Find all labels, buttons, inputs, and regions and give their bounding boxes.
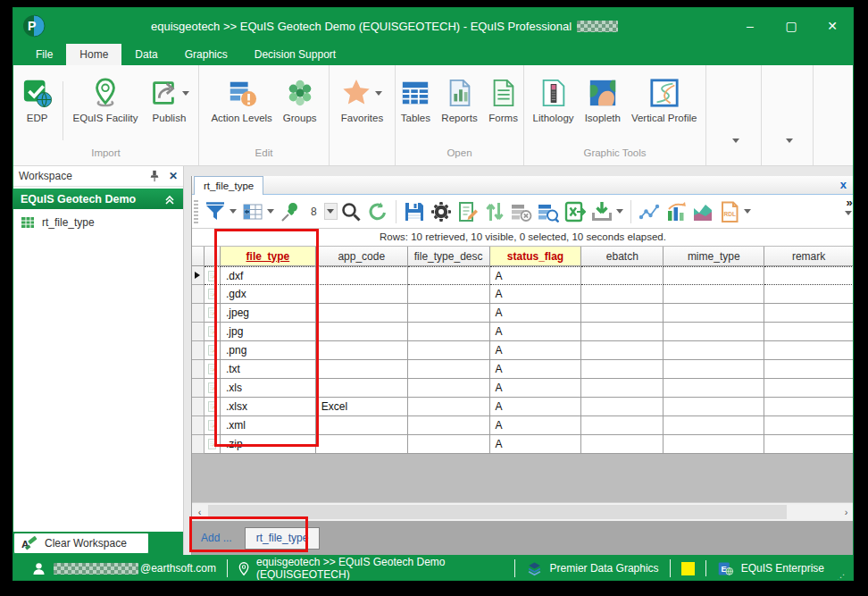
pushpin-button[interactable] [277, 199, 304, 224]
row-edit-icon-cell[interactable] [204, 266, 221, 285]
reports-button[interactable]: Reports [437, 76, 481, 125]
cell-mime-type[interactable] [664, 341, 764, 360]
filter-button[interactable] [202, 199, 239, 224]
cell-file-type[interactable]: .jpeg [221, 304, 316, 323]
row-selector[interactable] [192, 435, 204, 454]
cell-app-code[interactable] [316, 341, 408, 360]
cell-file-type-desc[interactable] [408, 416, 490, 435]
favorites-dropdown-icon[interactable] [375, 91, 382, 96]
cell-file-type-desc[interactable] [408, 435, 490, 454]
menu-tab-decision-support[interactable]: Decision Support [241, 44, 349, 65]
filter-dropdown-icon[interactable] [230, 209, 237, 214]
resize-grip-icon[interactable]: ⋰ [837, 573, 846, 581]
cell-app-code[interactable] [316, 435, 408, 454]
cell-remark[interactable] [764, 341, 854, 360]
table-row-jpg[interactable]: .jpgA [192, 323, 854, 341]
row-selector[interactable] [192, 266, 204, 285]
row-selector[interactable] [192, 304, 204, 323]
close-button[interactable]: ✕ [812, 8, 853, 44]
menu-tab-home[interactable]: Home [66, 44, 121, 65]
scroll-left-icon[interactable]: ‹ [192, 503, 207, 521]
cell-remark[interactable] [764, 398, 854, 416]
cell-status-flag[interactable]: A [490, 341, 582, 360]
cell-app-code[interactable] [316, 323, 408, 341]
close-table-button[interactable] [508, 199, 535, 224]
enterprise-section[interactable]: E EQuIS Enterprise [681, 560, 824, 576]
menu-tab-file[interactable]: File [22, 44, 66, 65]
table-row-jpeg[interactable]: .jpegA [192, 304, 854, 323]
export-excel-button[interactable] [562, 199, 588, 224]
groups-button[interactable]: Groups [279, 76, 321, 125]
cell-remark[interactable] [764, 266, 854, 285]
cell-app-code[interactable] [316, 285, 408, 304]
cell-remark[interactable] [764, 285, 854, 304]
area-chart-button[interactable] [689, 199, 716, 224]
scroll-right-icon[interactable]: › [839, 503, 854, 521]
cell-app-code[interactable] [316, 266, 408, 285]
row-limit-dropdown[interactable] [324, 203, 338, 220]
cell-status-flag[interactable]: A [490, 323, 582, 341]
collapse-chevron-icon[interactable] [163, 193, 176, 206]
save-button[interactable] [401, 199, 428, 224]
row-selector[interactable] [192, 379, 204, 398]
horizontal-scrollbar[interactable]: ‹ › [192, 502, 854, 521]
menu-tab-data[interactable]: Data [121, 44, 171, 65]
isopleth-button[interactable]: Isopleth [580, 76, 625, 125]
cell-mime-type[interactable] [664, 416, 764, 435]
cell-file-type-desc[interactable] [408, 285, 490, 304]
cell-mime-type[interactable] [664, 435, 764, 454]
cell-file-type-desc[interactable] [408, 266, 490, 285]
cell-ebatch[interactable] [581, 266, 664, 285]
cell-file-type[interactable]: .xls [221, 379, 316, 398]
cell-file-type[interactable]: .zip [221, 435, 316, 454]
ribbon-group-dropdown-icon[interactable] [786, 139, 793, 143]
cell-status-flag[interactable]: A [490, 304, 582, 323]
cell-status-flag[interactable]: A [490, 360, 582, 379]
line-chart-button[interactable] [636, 199, 663, 224]
row-selector[interactable] [192, 341, 204, 360]
table-row-xml[interactable]: .xmlA [192, 416, 854, 435]
table-row-zip[interactable]: .zipA [192, 435, 854, 454]
download-button[interactable] [588, 199, 626, 224]
cell-ebatch[interactable] [581, 341, 664, 360]
cell-remark[interactable] [764, 435, 854, 454]
column-chooser-button[interactable] [239, 199, 277, 224]
row-edit-icon-cell[interactable] [204, 360, 221, 379]
row-edit-icon-cell[interactable] [204, 323, 221, 341]
workspace-project-header[interactable]: EQuIS Geotech Demo [13, 189, 183, 209]
pin-panel-icon[interactable] [149, 170, 160, 182]
table-row-xlsx[interactable]: .xlsxExcelA [192, 398, 854, 416]
row-edit-icon-cell[interactable] [204, 435, 221, 454]
cell-mime-type[interactable] [664, 266, 764, 285]
tables-button[interactable]: Tables [396, 76, 435, 125]
row-edit-icon-cell[interactable] [204, 304, 221, 323]
rdl-report-button[interactable]: RDL [716, 199, 754, 224]
maximize-button[interactable]: ▢ [771, 8, 812, 44]
cell-file-type-desc[interactable] [408, 379, 490, 398]
facility-section[interactable]: equisgeotech >> EQuIS Geotech Demo (EQUI… [238, 556, 504, 581]
cell-status-flag[interactable]: A [490, 266, 582, 285]
row-selector[interactable] [192, 323, 204, 341]
cell-ebatch[interactable] [581, 304, 664, 323]
overflow-dropdown-icon[interactable] [845, 211, 852, 215]
toolbar-overflow[interactable]: » [845, 196, 852, 215]
tab-close-icon[interactable]: x [840, 178, 847, 191]
lithology-button[interactable]: Lithology [529, 76, 579, 125]
table-row-gdx[interactable]: .gdxA [192, 285, 854, 304]
column-header-remark[interactable]: remark [764, 247, 854, 266]
panel-splitter[interactable] [184, 166, 191, 555]
column-header-app-code[interactable]: app_code [316, 247, 408, 266]
cell-file-type-desc[interactable] [408, 398, 490, 416]
column-header-ebatch[interactable]: ebatch [581, 247, 664, 266]
cell-remark[interactable] [764, 323, 854, 341]
minimize-button[interactable]: – [730, 8, 771, 44]
cell-app-code[interactable] [316, 379, 408, 398]
row-selector[interactable] [192, 416, 204, 435]
table-row-txt[interactable]: .txtA [192, 360, 854, 379]
cell-mime-type[interactable] [664, 323, 764, 341]
cell-file-type[interactable]: .txt [221, 360, 316, 379]
cell-file-type-desc[interactable] [408, 323, 490, 341]
find-in-table-button[interactable] [535, 199, 562, 224]
ribbon-group-dropdown-icon[interactable] [732, 139, 739, 143]
cell-mime-type[interactable] [664, 285, 764, 304]
